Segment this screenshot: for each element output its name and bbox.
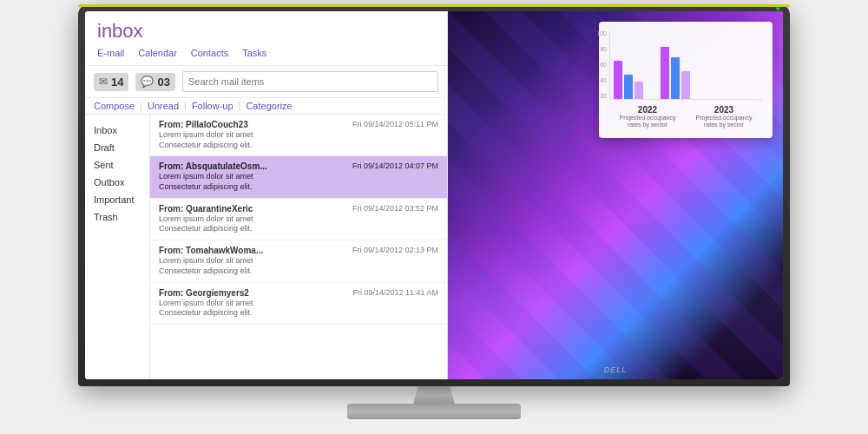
bar: [661, 47, 669, 99]
y-axis: 100 80 60 40 20: [591, 30, 607, 99]
email-actions: Compose | Unread | Follow-up | Categoriz…: [85, 98, 447, 115]
compose-action[interactable]: Compose: [94, 101, 135, 111]
sidebar-item-outbox[interactable]: Outbox: [85, 174, 149, 191]
chart-sublabel: Projected occupancy rates by sector: [613, 115, 682, 129]
app-title: inbox: [97, 20, 435, 43]
email-preview: Lorem ipsum dolor sit amet Consectetur a…: [159, 130, 438, 150]
email-date: Fri 09/14/2012 04:07 PM: [352, 161, 438, 170]
tab-email[interactable]: E-mail: [97, 46, 124, 60]
email-toolbar: ✉ 14 💬 03: [85, 66, 447, 98]
chart-labels: 2022 Projected occupancy rates by sector…: [609, 105, 762, 129]
followup-action[interactable]: Follow-up: [192, 101, 233, 111]
bar: [624, 75, 633, 99]
email-preview: Lorem ipsum dolor sit amet Consectetur a…: [159, 214, 438, 234]
bar: [671, 57, 680, 99]
bar: [681, 71, 690, 99]
list-item[interactable]: Fri 09/14/2012 05:11 PM From: PillaloCou…: [150, 115, 447, 156]
tab-calendar[interactable]: Calendar: [138, 46, 177, 60]
sidebar: Inbox Draft Sent Outbox Important Trash: [85, 115, 150, 379]
tab-tasks[interactable]: Tasks: [242, 46, 266, 60]
list-item[interactable]: Fri 09/14/2012 02:13 PM From: TomahawkWo…: [150, 240, 447, 282]
email-preview: Lorem ipsum dolor sit amet Consectetur a…: [159, 299, 438, 319]
monitor-stand-base: [347, 404, 521, 419]
bar-group-2023: [661, 47, 690, 99]
dell-logo: DELL: [604, 365, 628, 374]
screen: inbox E-mail Calendar Contacts Tasks ✉ 1…: [85, 11, 783, 379]
sidebar-item-sent[interactable]: Sent: [85, 156, 149, 174]
chart-label-2023: 2023 Projected occupancy rates by sector: [689, 105, 759, 129]
bar: [635, 82, 643, 99]
categorize-action[interactable]: Categorize: [246, 101, 292, 111]
list-item[interactable]: Fri 09/14/2012 03:52 PM From: Quarantine…: [150, 199, 447, 240]
email-header: inbox E-mail Calendar Contacts Tasks: [85, 11, 447, 66]
search-input[interactable]: [182, 71, 438, 92]
bar: [614, 61, 622, 99]
email-date: Fri 09/14/2012 05:11 PM: [352, 120, 438, 128]
chart-area: 100 80 60 40 20: [609, 30, 762, 100]
power-indicator: [776, 7, 779, 10]
monitor-stand-neck: [408, 386, 460, 404]
email-date: Fri 09/14/2012 02:13 PM: [352, 246, 438, 254]
email-count: 14: [111, 76, 123, 89]
sidebar-item-draft[interactable]: Draft: [85, 139, 149, 156]
tab-contacts[interactable]: Contacts: [191, 46, 228, 60]
monitor: inbox E-mail Calendar Contacts Tasks ✉ 1…: [78, 4, 790, 430]
chart-year: 2023: [689, 105, 759, 115]
email-badge: ✉ 14: [94, 73, 128, 91]
chat-count: 03: [157, 76, 169, 89]
email-date: Fri 09/14/2012 03:52 PM: [352, 204, 438, 213]
email-icon: ✉: [99, 76, 108, 88]
sidebar-item-inbox[interactable]: Inbox: [85, 122, 149, 139]
email-body: Inbox Draft Sent Outbox Important Trash …: [85, 115, 447, 379]
chart-sublabel: Projected occupancy rates by sector: [689, 115, 759, 129]
email-panel: inbox E-mail Calendar Contacts Tasks ✉ 1…: [85, 11, 448, 379]
sidebar-item-trash[interactable]: Trash: [85, 208, 149, 226]
chart-year: 2022: [613, 105, 682, 115]
unread-action[interactable]: Unread: [148, 101, 179, 111]
email-date: Fri 09/14/2012 11:41 AM: [353, 288, 439, 297]
chat-badge: 💬 03: [135, 73, 174, 91]
nav-tabs: E-mail Calendar Contacts Tasks: [97, 46, 435, 60]
list-item[interactable]: Fri 09/14/2012 11:41 AM From: Georgiemye…: [150, 283, 447, 325]
chart-label-2022: 2022 Projected occupancy rates by sector: [613, 105, 682, 129]
chat-icon: 💬: [141, 76, 154, 88]
email-preview: Lorem ipsum dolor sit amet Consectetur a…: [159, 172, 438, 192]
monitor-bezel: inbox E-mail Calendar Contacts Tasks ✉ 1…: [78, 4, 790, 386]
email-list: Fri 09/14/2012 05:11 PM From: PillaloCou…: [150, 115, 447, 379]
bar-group-2022: [614, 61, 643, 99]
right-panel: 100 80 60 40 20: [448, 11, 783, 379]
sidebar-item-important[interactable]: Important: [85, 191, 149, 208]
email-preview: Lorem ipsum dolor sit amet Consectetur a…: [159, 256, 438, 276]
list-item[interactable]: Fri 09/14/2012 04:07 PM From: Absquatula…: [150, 156, 447, 198]
chart-card: 100 80 60 40 20: [599, 22, 773, 138]
